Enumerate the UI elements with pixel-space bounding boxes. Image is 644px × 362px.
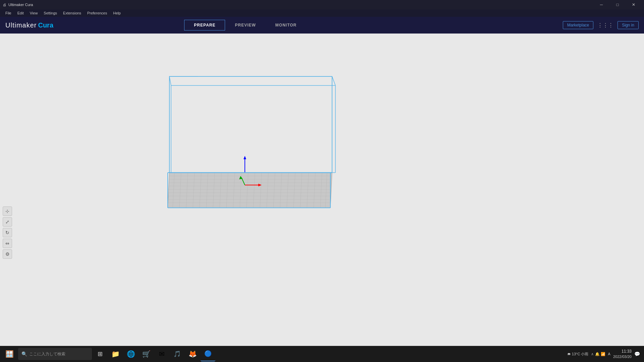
- title-bar-left: 🖨 Ultimaker Cura: [3, 3, 33, 7]
- app-icon: 🖨: [3, 3, 6, 7]
- logo-ultimaker: Ultimaker: [5, 21, 37, 29]
- header-right: Marketplace ⋮⋮⋮ Sign in: [563, 21, 639, 29]
- header: Ultimaker Cura PREPARE PREVIEW MONITOR M…: [0, 17, 644, 34]
- clock-date: 2022/03/20: [613, 354, 632, 359]
- mirror-tool[interactable]: ⇔: [3, 239, 12, 248]
- menu-extensions[interactable]: Extensions: [60, 10, 84, 16]
- minimize-button[interactable]: ─: [594, 0, 609, 9]
- nav-tabs: PREPARE PREVIEW MONITOR: [184, 20, 306, 31]
- tab-preview[interactable]: PREVIEW: [225, 20, 265, 31]
- per-model-settings-tool[interactable]: ⚙: [3, 249, 12, 259]
- start-button[interactable]: 🪟: [1, 346, 17, 362]
- taskbar-firefox[interactable]: 🦊: [185, 347, 200, 361]
- grid-icon[interactable]: ⋮⋮⋮: [597, 22, 613, 28]
- taskbar-task-view[interactable]: ⊞: [93, 347, 107, 361]
- taskbar-store[interactable]: 🛒: [139, 347, 154, 361]
- menu-bar: File Edit View Settings Extensions Prefe…: [0, 9, 644, 17]
- svg-marker-1: [168, 173, 332, 208]
- close-button[interactable]: ✕: [626, 0, 641, 9]
- clock[interactable]: 11:33 2022/03/20: [613, 349, 632, 359]
- taskbar-right: 🌧 13°C 小雨 ∧ 🔔 📶 A 11:33 2022/03/20 💬: [567, 349, 643, 359]
- menu-preferences[interactable]: Preferences: [85, 10, 110, 16]
- signin-button[interactable]: Sign in: [618, 21, 639, 29]
- clock-time: 11:33: [613, 349, 632, 354]
- app-logo: Ultimaker Cura: [5, 21, 53, 29]
- taskbar-edge[interactable]: 🌐: [123, 347, 138, 361]
- notification-icon[interactable]: 💬: [634, 351, 640, 357]
- menu-help[interactable]: Help: [110, 10, 123, 16]
- marketplace-button[interactable]: Marketplace: [563, 21, 593, 29]
- tool-panel: ⊹ ⤢ ↻ ⇔ ⚙: [3, 206, 12, 259]
- title-bar-title: Ultimaker Cura: [8, 3, 33, 7]
- search-bar[interactable]: 🔍 ここに入力して検索: [18, 348, 92, 360]
- tab-monitor[interactable]: MONITOR: [266, 20, 306, 31]
- scale-tool[interactable]: ⤢: [3, 217, 12, 227]
- search-placeholder: ここに入力して検索: [29, 351, 65, 357]
- logo-cura: Cura: [38, 21, 53, 29]
- title-bar: 🖨 Ultimaker Cura ─ □ ✕: [0, 0, 644, 9]
- taskbar-chrome[interactable]: 🔵: [201, 347, 215, 361]
- taskbar-mail[interactable]: ✉: [154, 347, 169, 361]
- title-bar-controls[interactable]: ─ □ ✕: [594, 0, 641, 9]
- taskbar: 🪟 🔍 ここに入力して検索 ⊞ 📁 🌐 🛒 ✉ 🎵 🦊 🔵 🌧 13°C 小雨 …: [0, 346, 644, 362]
- menu-edit[interactable]: Edit: [15, 10, 26, 16]
- search-icon: 🔍: [21, 351, 27, 357]
- 3d-viewport[interactable]: [0, 34, 644, 346]
- tab-prepare[interactable]: PREPARE: [184, 20, 225, 31]
- rotate-tool[interactable]: ↻: [3, 228, 12, 237]
- taskbar-media[interactable]: 🎵: [170, 347, 184, 361]
- move-tool[interactable]: ⊹: [3, 206, 12, 216]
- menu-file[interactable]: File: [3, 10, 14, 16]
- menu-settings[interactable]: Settings: [41, 10, 60, 16]
- maximize-button[interactable]: □: [610, 0, 625, 9]
- taskbar-file-explorer[interactable]: 📁: [108, 347, 123, 361]
- weather-info: 🌧 13°C 小雨: [567, 352, 589, 357]
- taskbar-icons: ∧ 🔔 📶: [591, 352, 605, 356]
- menu-view[interactable]: View: [27, 10, 41, 16]
- keyboard-indicator: A: [608, 352, 610, 356]
- main-viewport: ⊹ ⤢ ↻ ⇔ ⚙: [0, 34, 644, 346]
